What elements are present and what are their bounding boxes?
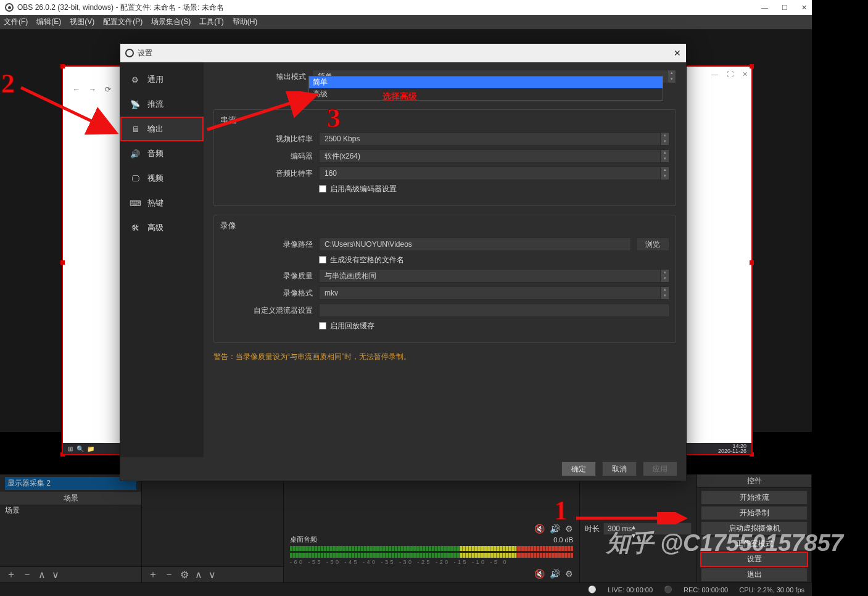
dropdown-option-simple[interactable]: 简单 xyxy=(309,77,663,88)
minimize-button[interactable]: ― xyxy=(761,4,768,12)
output-mode-label: 输出模式 xyxy=(213,72,312,82)
sidebar-item-audio[interactable]: 🔊音频 xyxy=(120,141,204,166)
browse-button[interactable]: 浏览 xyxy=(636,238,669,251)
settings-sidebar: ⚙通用 📡推流 🖥输出 🔊音频 🖵视频 ⌨热键 🛠高级 xyxy=(120,62,204,457)
output-mode-dropdown: 简单 高级 xyxy=(308,76,663,101)
mute-icon[interactable]: 🔇 xyxy=(534,569,545,579)
menu-view[interactable]: 视图(V) xyxy=(70,17,94,27)
menu-help[interactable]: 帮助(H) xyxy=(233,17,258,27)
controls-panel: 控件 开始推流 开始录制 启动虚拟摄像机 工作室模式 设置 退出 xyxy=(697,474,812,582)
source-props-button[interactable]: ⚙ xyxy=(180,569,189,581)
no-space-filename-checkbox[interactable]: 生成没有空格的文件名 xyxy=(319,255,404,265)
enable-advanced-encoder-checkbox[interactable]: 启用高级编码器设置 xyxy=(319,184,397,194)
sources-panel-2: ＋ － ⚙ ∧ ∨ xyxy=(142,474,284,582)
recording-group: 录像 录像路径 C:\Users\NUOYUN\Videos 浏览 生成没有空格… xyxy=(213,215,676,343)
transition-duration-label: 时长 xyxy=(585,524,600,534)
ok-button[interactable]: 确定 xyxy=(561,461,596,476)
apply-button[interactable]: 应用 xyxy=(643,461,677,476)
muxer-settings-input[interactable] xyxy=(319,304,669,317)
keyboard-icon: ⌨ xyxy=(129,197,141,209)
cancel-button[interactable]: 取消 xyxy=(602,461,637,476)
mixer-db: 0.0 dB xyxy=(553,536,573,544)
scenes-header: 场景 xyxy=(0,492,141,505)
transition-duration-input[interactable]: 300 ms▴▾ xyxy=(603,523,692,535)
controls-header: 控件 xyxy=(697,474,811,488)
dialog-title: 设置 xyxy=(138,48,152,59)
encoder-select[interactable]: 软件(x264)▴▾ xyxy=(319,149,669,163)
mixer-desktop-label: 桌面音频 xyxy=(290,535,317,544)
audio-bitrate-select[interactable]: 160▴▾ xyxy=(319,167,669,180)
wrench-icon: 🛠 xyxy=(129,221,141,234)
status-live: LIVE: 00:00:00 xyxy=(608,586,653,594)
window-title-bar: OBS 26.0.2 (32-bit, windows) - 配置文件: 未命名… xyxy=(0,0,812,15)
scene-up-button[interactable]: ∧ xyxy=(38,569,46,581)
svg-line-1 xyxy=(207,95,316,130)
sidebar-item-hotkeys[interactable]: ⌨热键 xyxy=(120,191,204,215)
mute-icon[interactable]: 🔇 xyxy=(534,524,545,534)
dropdown-option-advanced[interactable]: 高级 xyxy=(309,88,663,100)
add-scene-button[interactable]: ＋ xyxy=(6,568,16,581)
menu-profile[interactable]: 配置文件(P) xyxy=(103,17,143,27)
status-bar: ⚪ LIVE: 00:00:00 ⚫ REC: 00:00:00 CPU: 2.… xyxy=(0,582,812,596)
dialog-close-button[interactable]: ✕ xyxy=(674,48,681,58)
arrow-1-icon xyxy=(574,512,691,524)
menu-file[interactable]: 文件(F) xyxy=(4,17,28,27)
sidebar-item-output[interactable]: 🖥输出 xyxy=(120,117,204,141)
source-up-button[interactable]: ∧ xyxy=(195,569,202,581)
close-button[interactable]: ✕ xyxy=(801,4,807,12)
window-controls: ― ☐ ✕ xyxy=(761,4,807,12)
mixer-panel: 🔇🔊⚙ 桌面音频0.0 dB -60 -55 -50 -45 -40 -35 -… xyxy=(284,474,580,582)
obs-logo-icon xyxy=(125,49,134,57)
sidebar-item-advanced[interactable]: 🛠高级 xyxy=(120,215,204,240)
sidebar-item-video[interactable]: 🖵视频 xyxy=(120,166,204,191)
settings-button[interactable]: 设置 xyxy=(701,552,808,566)
start-streaming-button[interactable]: 开始推流 xyxy=(701,490,808,505)
speaker-icon[interactable]: 🔊 xyxy=(550,569,560,579)
sources-toolbar: ＋ － ⚙ ∧ ∨ xyxy=(142,566,283,582)
window-title: OBS 26.0.2 (32-bit, windows) - 配置文件: 未命名… xyxy=(17,2,224,13)
add-source-button[interactable]: ＋ xyxy=(148,568,158,581)
scene-item[interactable]: 场景 xyxy=(5,505,20,516)
gear-icon: ⚙ xyxy=(129,73,141,86)
studio-mode-button[interactable]: 工作室模式 xyxy=(701,537,808,551)
menu-tools[interactable]: 工具(T) xyxy=(199,17,223,27)
remove-scene-button[interactable]: － xyxy=(22,568,32,581)
menu-bar: 文件(F) 编辑(E) 视图(V) 配置文件(P) 场景集合(S) 工具(T) … xyxy=(0,15,812,30)
arrow-3-icon xyxy=(205,91,322,135)
arrow-2-icon xyxy=(17,80,122,142)
status-rec: REC: 00:00:00 xyxy=(684,586,728,594)
svg-line-0 xyxy=(21,88,116,133)
transitions-panel: 时长 300 ms▴▾ xyxy=(580,474,697,582)
antenna-icon: 📡 xyxy=(129,98,141,110)
gear-icon[interactable]: ⚙ xyxy=(565,524,573,534)
recording-format-select[interactable]: mkv▴▾ xyxy=(319,286,669,300)
remove-source-button[interactable]: － xyxy=(164,568,174,581)
source-down-button[interactable]: ∨ xyxy=(209,569,216,581)
source-item[interactable]: 显示器采集 2 xyxy=(5,477,136,490)
recording-path-input[interactable]: C:\Users\NUOYUN\Videos xyxy=(319,238,631,251)
sidebar-item-general[interactable]: ⚙通用 xyxy=(120,67,204,92)
start-virtualcam-button[interactable]: 启动虚拟摄像机 xyxy=(701,521,808,536)
video-bitrate-input[interactable]: 2500 Kbps▴▾ xyxy=(319,132,669,146)
recording-quality-select[interactable]: 与串流画质相同▴▾ xyxy=(319,269,669,283)
scenes-toolbar: ＋ － ∧ ∨ xyxy=(0,566,141,582)
exit-button[interactable]: 退出 xyxy=(701,568,808,582)
bottom-dock: 显示器采集 2 场景 场景 ＋ － ∧ ∨ ＋ － ⚙ ∧ ∨ 🔇🔊⚙ xyxy=(0,474,812,596)
recording-warning: 警告：当录像质量设为“与串流画质相同”时，无法暂停录制。 xyxy=(213,352,676,362)
sidebar-item-stream[interactable]: 📡推流 xyxy=(120,92,204,117)
audio-meter xyxy=(290,546,573,551)
start-recording-button[interactable]: 开始录制 xyxy=(701,506,808,520)
dialog-footer: 确定 取消 应用 xyxy=(120,457,686,481)
speaker-icon[interactable]: 🔊 xyxy=(550,524,560,534)
menu-scene-collection[interactable]: 场景集合(S) xyxy=(151,17,191,27)
enable-replay-buffer-checkbox[interactable]: 启用回放缓存 xyxy=(319,321,374,331)
scene-down-button[interactable]: ∨ xyxy=(52,569,59,581)
maximize-button[interactable]: ☐ xyxy=(782,4,788,12)
speaker-icon: 🔊 xyxy=(129,147,141,160)
menu-edit[interactable]: 编辑(E) xyxy=(36,17,61,27)
sources-panel: 显示器采集 2 场景 场景 ＋ － ∧ ∨ xyxy=(0,474,142,582)
gear-icon[interactable]: ⚙ xyxy=(565,569,573,579)
obs-logo-icon xyxy=(5,3,14,12)
monitor-out-icon: 🖥 xyxy=(129,123,141,135)
annotation-pick-advanced: 选择高级 xyxy=(382,91,417,102)
